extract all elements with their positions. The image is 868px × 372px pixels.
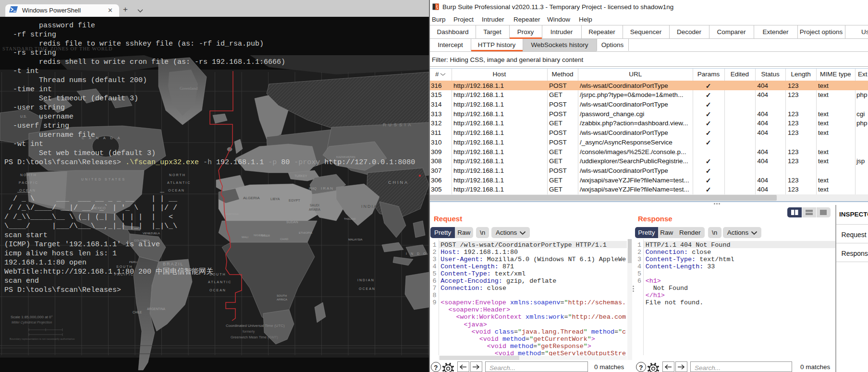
svg-text:Coordinated Universal Time (UT: Coordinated Universal Time (UTC): [226, 324, 285, 328]
svg-text:Boundary representation is not: Boundary representation is not necessari…: [10, 337, 74, 340]
svg-text:AFRICA: AFRICA: [277, 298, 287, 301]
svg-text:Scale 1:85,000,000 at 0°: Scale 1:85,000,000 at 0°: [11, 315, 53, 319]
svg-text:CHILE: CHILE: [133, 311, 142, 314]
svg-text:Miller Cylindrical Projection: Miller Cylindrical Projection: [12, 321, 52, 324]
svg-text:Greenwich Mean Time (GMT): Greenwich Mean Time (GMT): [231, 335, 278, 339]
svg-text:ARGENTINA: ARGENTINA: [147, 307, 166, 311]
svg-text:formerly: formerly: [243, 330, 255, 334]
